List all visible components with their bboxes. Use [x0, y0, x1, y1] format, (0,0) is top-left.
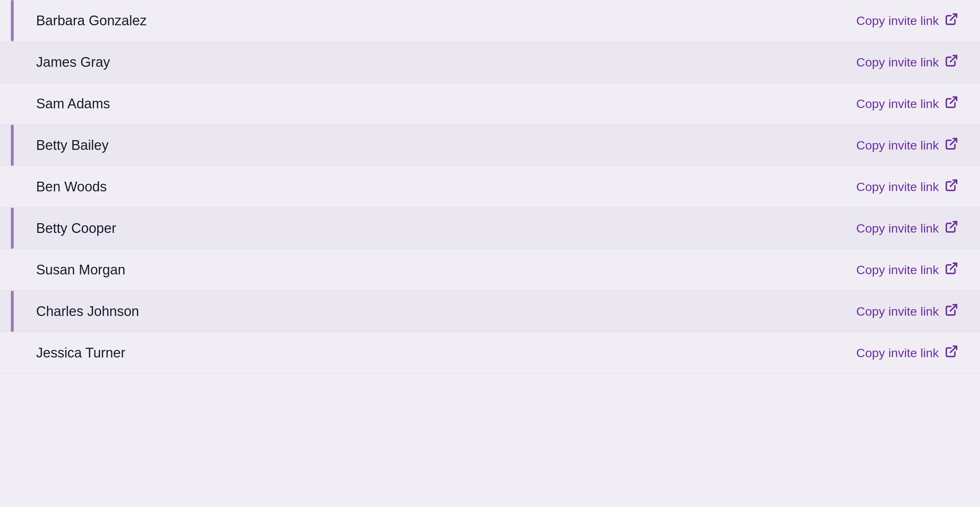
person-name: Sam Adams — [22, 96, 856, 111]
list-item: Barbara GonzalezCopy invite link — [0, 0, 980, 41]
copy-invite-link-button[interactable]: Copy invite link — [856, 261, 958, 278]
copy-invite-label: Copy invite link — [856, 14, 939, 28]
person-name: Barbara Gonzalez — [22, 13, 856, 29]
copy-invite-label: Copy invite link — [856, 138, 939, 153]
copy-invite-link-button[interactable]: Copy invite link — [856, 95, 958, 112]
group-4: Charles JohnsonCopy invite link Jessica … — [0, 291, 980, 374]
group-2: Betty BaileyCopy invite link Ben WoodsCo… — [0, 125, 980, 208]
copy-invite-label: Copy invite link — [856, 304, 939, 318]
list-item: Jessica TurnerCopy invite link — [0, 332, 980, 374]
copy-link-icon — [945, 178, 958, 195]
copy-invite-link-button[interactable]: Copy invite link — [856, 178, 958, 195]
group-1: Barbara GonzalezCopy invite link James G… — [0, 0, 980, 125]
copy-link-icon — [945, 95, 958, 112]
copy-invite-label: Copy invite link — [856, 97, 939, 111]
svg-line-6 — [950, 263, 956, 269]
copy-invite-label: Copy invite link — [856, 263, 939, 277]
group-border-indicator — [11, 0, 14, 41]
list-item: Charles JohnsonCopy invite link — [0, 291, 980, 332]
svg-line-5 — [950, 221, 956, 227]
list-item: Susan MorganCopy invite link — [0, 249, 980, 291]
copy-invite-link-button[interactable]: Copy invite link — [856, 137, 958, 154]
list-item: Ben WoodsCopy invite link — [0, 166, 980, 208]
svg-line-7 — [950, 304, 956, 311]
copy-link-icon — [945, 54, 958, 71]
person-name: Susan Morgan — [22, 262, 856, 278]
list-item: James GrayCopy invite link — [0, 41, 980, 83]
group-border-indicator — [11, 208, 14, 249]
copy-invite-link-button[interactable]: Copy invite link — [856, 345, 958, 361]
person-name: Ben Woods — [22, 179, 856, 195]
copy-invite-label: Copy invite link — [856, 346, 939, 360]
invite-list: Barbara GonzalezCopy invite link James G… — [0, 0, 980, 374]
copy-invite-label: Copy invite link — [856, 55, 939, 69]
svg-line-1 — [950, 55, 956, 61]
list-item: Betty CooperCopy invite link — [0, 208, 980, 249]
copy-invite-label: Copy invite link — [856, 180, 939, 194]
list-item: Sam AdamsCopy invite link — [0, 83, 980, 125]
copy-link-icon — [945, 220, 958, 237]
person-name: Charles Johnson — [22, 304, 856, 319]
svg-line-4 — [950, 180, 956, 186]
copy-invite-link-button[interactable]: Copy invite link — [856, 220, 958, 237]
copy-invite-link-button[interactable]: Copy invite link — [856, 12, 958, 29]
group-border-indicator — [11, 291, 14, 332]
copy-invite-link-button[interactable]: Copy invite link — [856, 303, 958, 320]
group-3: Betty CooperCopy invite link Susan Morga… — [0, 208, 980, 291]
copy-link-icon — [945, 137, 958, 154]
group-border-indicator — [11, 125, 14, 166]
person-name: Betty Cooper — [22, 221, 856, 236]
copy-link-icon — [945, 261, 958, 278]
svg-line-0 — [950, 14, 956, 20]
svg-line-2 — [950, 97, 956, 103]
svg-line-8 — [950, 346, 956, 352]
person-name: Jessica Turner — [22, 345, 856, 361]
person-name: James Gray — [22, 54, 856, 70]
copy-link-icon — [945, 345, 958, 361]
copy-link-icon — [945, 303, 958, 320]
copy-invite-link-button[interactable]: Copy invite link — [856, 54, 958, 71]
copy-invite-label: Copy invite link — [856, 221, 939, 235]
copy-link-icon — [945, 12, 958, 29]
svg-line-3 — [950, 138, 956, 145]
list-item: Betty BaileyCopy invite link — [0, 125, 980, 166]
person-name: Betty Bailey — [22, 138, 856, 153]
